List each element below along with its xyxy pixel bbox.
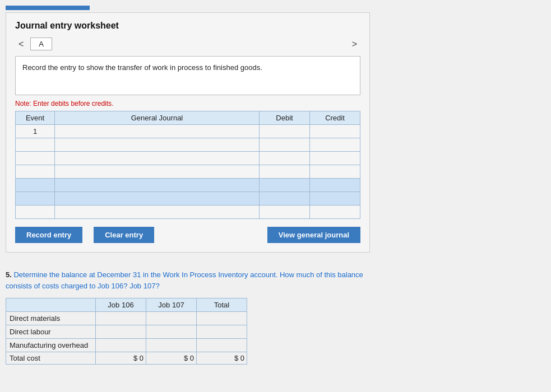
job106-total-value: 0 — [140, 354, 143, 362]
page-container: Journal entry worksheet < A > Record the… — [6, 6, 545, 365]
cost-th-empty — [6, 298, 96, 312]
journal-event-cell — [16, 152, 55, 165]
cost-job106-input[interactable] — [98, 313, 143, 324]
journal-credit-input[interactable] — [310, 206, 360, 218]
cost-label-cell: Manufacturing overhead — [6, 339, 96, 352]
journal-debit-cell[interactable] — [260, 206, 310, 219]
journal-debit-cell[interactable] — [260, 192, 310, 206]
journal-debit-input[interactable] — [260, 179, 309, 192]
cost-job106-cell: $ 0 — [96, 352, 146, 365]
journal-debit-input[interactable] — [260, 125, 309, 138]
journal-debit-cell[interactable] — [260, 179, 310, 192]
journal-gj-cell[interactable] — [55, 138, 260, 152]
journal-debit-cell[interactable] — [260, 152, 310, 165]
journal-row — [16, 138, 360, 152]
cost-total-input[interactable] — [199, 326, 244, 337]
journal-credit-input[interactable] — [310, 179, 360, 192]
journal-gj-input[interactable] — [55, 179, 259, 192]
nav-right-arrow[interactable]: > — [349, 38, 360, 50]
cost-job106-cell[interactable] — [96, 325, 146, 339]
button-row: Record entry Clear entry View general jo… — [15, 227, 360, 243]
journal-credit-cell[interactable] — [310, 152, 360, 165]
th-event: Event — [16, 111, 55, 125]
journal-debit-input[interactable] — [260, 206, 309, 218]
cost-job107-cell[interactable] — [146, 312, 197, 325]
cost-total-cell[interactable] — [197, 339, 247, 352]
job107-total-value: 0 — [190, 354, 194, 362]
clear-entry-button[interactable]: Clear entry — [94, 227, 154, 243]
cost-label-cell: Direct materials — [6, 312, 96, 325]
journal-credit-input[interactable] — [310, 192, 360, 205]
journal-gj-input[interactable] — [55, 206, 259, 218]
journal-debit-input[interactable] — [260, 138, 309, 151]
journal-debit-cell[interactable] — [260, 138, 310, 152]
cost-job107-input[interactable] — [149, 313, 194, 324]
th-general-journal: General Journal — [55, 111, 260, 125]
journal-credit-cell[interactable] — [310, 192, 360, 206]
journal-gj-input[interactable] — [55, 152, 259, 165]
journal-credit-cell[interactable] — [310, 206, 360, 219]
nav-left-arrow[interactable]: < — [15, 38, 27, 50]
cost-table: Job 106 Job 107 Total Direct materialsDi… — [6, 298, 247, 365]
journal-debit-input[interactable] — [260, 165, 309, 178]
top-bar — [6, 6, 90, 10]
cost-label-cell: Total cost — [6, 352, 96, 365]
cost-total-cell[interactable] — [197, 325, 247, 339]
journal-credit-cell[interactable] — [310, 179, 360, 192]
tab-nav: < A > — [15, 38, 360, 50]
journal-debit-input[interactable] — [260, 152, 309, 165]
view-general-journal-button[interactable]: View general journal — [267, 227, 360, 243]
cost-job107-input[interactable] — [149, 326, 194, 337]
journal-debit-input[interactable] — [260, 192, 309, 205]
cost-job106-cell[interactable] — [96, 312, 146, 325]
cost-job107-cell: $ 0 — [146, 352, 197, 365]
section5-number: 5. — [6, 270, 12, 279]
cost-row: Direct materials — [6, 312, 247, 325]
cost-job107-cell[interactable] — [146, 339, 197, 352]
journal-debit-cell[interactable] — [260, 125, 310, 138]
instruction-box: Record the entry to show the transfer of… — [15, 56, 360, 95]
journal-gj-cell[interactable] — [55, 152, 260, 165]
journal-debit-cell[interactable] — [260, 165, 310, 179]
journal-gj-cell[interactable] — [55, 125, 260, 138]
journal-credit-input[interactable] — [310, 165, 360, 178]
tab-a[interactable]: A — [30, 38, 52, 50]
journal-event-cell — [16, 192, 55, 206]
cost-total-input[interactable] — [199, 340, 244, 351]
cost-th-job106: Job 106 — [96, 298, 146, 312]
journal-gj-input[interactable] — [55, 165, 259, 178]
journal-card: Journal entry worksheet < A > Record the… — [6, 12, 370, 253]
journal-credit-input[interactable] — [310, 138, 360, 151]
record-entry-button[interactable]: Record entry — [15, 227, 82, 243]
journal-gj-cell[interactable] — [55, 165, 260, 179]
cost-row: Direct labour — [6, 325, 247, 339]
journal-title: Journal entry worksheet — [15, 21, 360, 31]
journal-gj-input[interactable] — [55, 138, 259, 151]
journal-event-cell — [16, 138, 55, 152]
cost-th-total: Total — [197, 298, 247, 312]
cost-total-cell[interactable] — [197, 312, 247, 325]
cost-job106-input[interactable] — [98, 326, 143, 337]
journal-event-cell — [16, 206, 55, 219]
cost-row: Manufacturing overhead — [6, 339, 247, 352]
cost-job106-input[interactable] — [98, 340, 143, 351]
journal-credit-input[interactable] — [310, 152, 360, 165]
journal-gj-input[interactable] — [55, 192, 259, 205]
journal-row — [16, 165, 360, 179]
journal-gj-cell[interactable] — [55, 179, 260, 192]
journal-credit-cell[interactable] — [310, 125, 360, 138]
journal-table: Event General Journal Debit Credit 1 — [15, 111, 360, 219]
section5-question: 5. Determine the balance at December 31 … — [6, 269, 370, 291]
cost-job107-cell[interactable] — [146, 325, 197, 339]
journal-credit-cell[interactable] — [310, 138, 360, 152]
journal-credit-input[interactable] — [310, 125, 360, 138]
journal-gj-input[interactable] — [55, 125, 259, 138]
cost-total-input[interactable] — [199, 313, 244, 324]
journal-gj-cell[interactable] — [55, 206, 260, 219]
journal-row: 1 — [16, 125, 360, 138]
journal-credit-cell[interactable] — [310, 165, 360, 179]
journal-gj-cell[interactable] — [55, 192, 260, 206]
cost-label-cell: Direct labour — [6, 325, 96, 339]
cost-job107-input[interactable] — [149, 340, 194, 351]
cost-job106-cell[interactable] — [96, 339, 146, 352]
